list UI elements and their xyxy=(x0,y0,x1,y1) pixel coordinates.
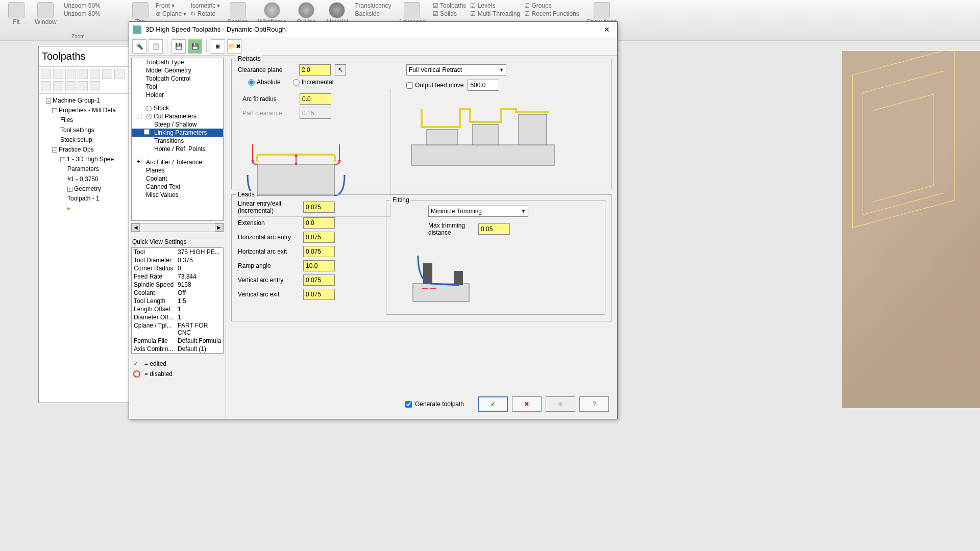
linear-entry-input[interactable] xyxy=(303,202,335,213)
tp-tb-5[interactable] xyxy=(90,69,100,79)
dialog-tree-pane: Toolpath TypeModel GeometryToolpath Cont… xyxy=(129,56,226,419)
quick-view-table: Tool375 HIGH PE...Tool Diameter0.375Corn… xyxy=(131,247,224,354)
ramp-angle-label: Ramp angle xyxy=(238,262,299,269)
h-arc-entry-input[interactable] xyxy=(303,232,335,243)
output-feed-input[interactable] xyxy=(468,80,499,91)
ok-button[interactable]: ✔ xyxy=(478,396,508,412)
retracts-title: Retracts xyxy=(236,55,263,62)
v-arc-entry-input[interactable] xyxy=(303,274,335,286)
ribbon-multithreading[interactable]: ☑ Multi-Threading xyxy=(470,10,520,17)
tp-tb-4[interactable] xyxy=(78,69,88,79)
max-trim-input[interactable] xyxy=(478,223,510,235)
ribbon-rotate[interactable]: ↻ Rotate xyxy=(190,10,220,17)
dialog-tree[interactable]: Toolpath TypeModel GeometryToolpath Cont… xyxy=(131,58,224,221)
ribbon-unzoom80[interactable]: Unzoom 80% xyxy=(64,10,101,17)
qv-row: Tool375 HIGH PE... xyxy=(132,248,223,256)
tree-item-planes[interactable]: Planes xyxy=(132,166,223,174)
svg-rect-10 xyxy=(413,284,469,302)
tree-item-cut-parameters[interactable]: -Cut Parameters xyxy=(132,112,223,120)
arc-fit-input[interactable] xyxy=(300,93,331,105)
incremental-radio[interactable]: Incremental xyxy=(293,79,334,86)
dialog-toolbar: 🔦 📋 💾 💾 🖩 📁✖ xyxy=(129,37,617,56)
tree-item-canned-text[interactable]: Canned Text xyxy=(132,183,223,191)
tree-item-transitions[interactable]: Transitions xyxy=(132,137,223,145)
clearance-plane-input[interactable] xyxy=(299,64,331,76)
ribbon-levels[interactable]: ☑ Levels xyxy=(470,2,520,9)
clearance-plane-label: Clearance plane xyxy=(238,66,295,73)
tp-tb-8[interactable] xyxy=(41,81,51,91)
tp-tb-2[interactable] xyxy=(53,69,63,79)
generate-toolpath-checkbox[interactable]: Generate toolpath xyxy=(405,400,464,408)
toolpaths-tree[interactable]: −Machine Group-1 −Properties - Mill Defa… xyxy=(39,94,130,215)
dlg-tb-delete[interactable]: 📁✖ xyxy=(227,39,241,54)
fitting-group: Fitting Minimize Trimming▼ Max trimming … xyxy=(386,200,605,315)
ribbon-recent[interactable]: ☑ Recent Functions xyxy=(524,10,579,17)
qv-row: Corner Radius0 xyxy=(132,264,223,272)
viewport[interactable] xyxy=(842,51,980,408)
tp-tb-7[interactable] xyxy=(114,69,125,79)
v-arc-entry-label: Vertical arc entry xyxy=(238,277,299,284)
tp-tb-11[interactable] xyxy=(78,81,88,91)
ribbon-backside[interactable]: Backside xyxy=(355,10,391,17)
cancel-button[interactable]: ✖ xyxy=(512,396,542,412)
extension-label: Extension xyxy=(238,219,299,227)
titlebar[interactable]: 3D High Speed Toolpaths - Dynamic OptiRo… xyxy=(129,22,617,37)
extension-input[interactable] xyxy=(303,217,335,229)
tree-item-holder[interactable]: Holder xyxy=(132,91,223,99)
zoom-section-label: Zoom xyxy=(71,34,85,39)
tp-tb-9[interactable] xyxy=(53,81,63,91)
tp-tb-1[interactable] xyxy=(41,69,51,79)
ribbon-fit[interactable]: Fit xyxy=(5,1,28,27)
tree-item-steep-shallow[interactable]: Steep / Shallow xyxy=(132,120,223,129)
tree-item-home-ref-points[interactable]: Home / Ref. Points xyxy=(132,145,223,153)
tp-tb-6[interactable] xyxy=(102,69,112,79)
tree-item-coolant[interactable]: Coolant xyxy=(132,174,223,183)
svg-rect-0 xyxy=(258,165,334,195)
dlg-tb-save2[interactable]: 💾 xyxy=(188,39,202,54)
tp-tb-10[interactable] xyxy=(65,81,76,91)
ribbon-solids[interactable]: ☑ Solids xyxy=(433,10,467,17)
dlg-tb-list[interactable]: 📋 xyxy=(149,39,163,54)
close-button[interactable]: ✕ xyxy=(601,23,613,36)
ribbon-translucency[interactable]: Translucency xyxy=(355,2,391,9)
tree-item-tool[interactable]: Tool xyxy=(132,83,223,91)
dlg-tb-calc[interactable]: 🖩 xyxy=(211,39,225,54)
part-clearance-label: Part clearance xyxy=(242,110,296,117)
ribbon-unzoom50[interactable]: Unzoom 50% xyxy=(64,2,101,9)
ribbon-groups[interactable]: ☑ Groups xyxy=(524,2,579,9)
tree-hscroll[interactable]: ◄► xyxy=(131,223,224,232)
v-arc-exit-input[interactable] xyxy=(303,289,335,300)
arc-fit-label: Arc fit radius xyxy=(242,95,296,103)
h-arc-exit-input[interactable] xyxy=(303,246,335,257)
tree-item-toolpath-type[interactable]: Toolpath Type xyxy=(132,58,223,66)
dlg-tb-highlight[interactable]: 🔦 xyxy=(132,39,146,54)
legend-disabled: = disabled xyxy=(129,369,226,379)
tree-item-toolpath-control[interactable]: Toolpath Control xyxy=(132,74,223,83)
tp-tb-3[interactable] xyxy=(65,69,76,79)
help-button[interactable]: ? xyxy=(579,396,609,412)
ribbon-toolpaths[interactable]: ☑ Toolpaths xyxy=(433,2,467,9)
retract-diagram-right xyxy=(406,99,559,170)
ribbon-isometric[interactable]: Isometric ▾ xyxy=(190,2,220,9)
qv-row: Cplane / Tpl...PART FOR CNC xyxy=(132,321,223,337)
max-trim-label: Max trimming distance xyxy=(428,222,474,236)
fitting-diagram xyxy=(393,245,489,307)
tp-tb-12[interactable] xyxy=(90,81,100,91)
ribbon-cplane[interactable]: ⊕ Cplane ▾ xyxy=(156,10,187,17)
ramp-angle-input[interactable] xyxy=(303,260,335,271)
ribbon-window[interactable]: Window xyxy=(32,1,60,27)
output-feed-checkbox[interactable]: Output feed move xyxy=(406,82,463,89)
fitting-type-dropdown[interactable]: Minimize Trimming▼ xyxy=(428,206,528,217)
qv-row: Feed Rate73.344 xyxy=(132,272,223,281)
ribbon-front[interactable]: Front ▾ xyxy=(156,2,187,9)
tree-item-model-geometry[interactable]: Model Geometry xyxy=(132,66,223,74)
tree-item-arc-filter-tolerance[interactable]: +Arc Filter / Tolerance xyxy=(132,158,223,166)
absolute-radio[interactable]: Absolute xyxy=(248,79,281,86)
retract-type-dropdown[interactable]: Full Vertical Retract▼ xyxy=(406,64,506,76)
dialog: 3D High Speed Toolpaths - Dynamic OptiRo… xyxy=(129,21,618,419)
tree-item-stock[interactable]: Stock xyxy=(132,104,223,112)
clearance-pick-button[interactable]: ↖ xyxy=(335,64,346,76)
dlg-tb-save[interactable]: 💾 xyxy=(172,39,186,54)
tree-item-linking-parameters[interactable]: -Linking Parameters xyxy=(132,129,223,137)
tree-item-misc-values[interactable]: Misc Values xyxy=(132,191,223,199)
